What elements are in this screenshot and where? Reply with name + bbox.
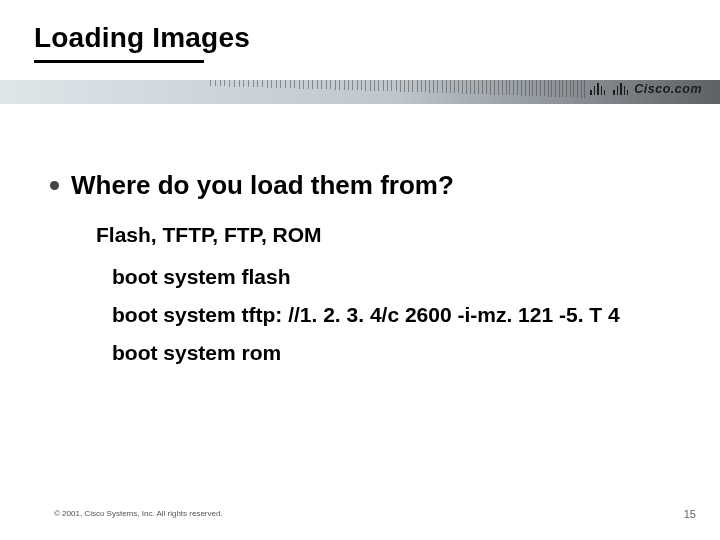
content-area: Where do you load them from? Flash, TFTP…	[50, 170, 680, 379]
divider-ticks	[210, 80, 590, 104]
bullet-heading: Where do you load them from?	[71, 170, 454, 201]
logo-text: Cisco.com	[634, 82, 702, 96]
logo-bars-icon	[590, 83, 628, 95]
list-item: boot system tftp: //1. 2. 3. 4/c 2600 -i…	[112, 303, 680, 327]
slide-root: Loading Images Cisco.com Where do you lo…	[0, 0, 720, 540]
title-underline	[34, 60, 204, 63]
list-item: boot system rom	[112, 341, 680, 365]
copyright-footer: © 2001, Cisco Systems, Inc. All rights r…	[54, 509, 223, 518]
bullet-row: Where do you load them from?	[50, 170, 680, 201]
sub-line: Flash, TFTP, FTP, ROM	[96, 223, 680, 247]
list-item: boot system flash	[112, 265, 680, 289]
page-number: 15	[684, 508, 696, 520]
slide-title: Loading Images	[34, 22, 250, 54]
logo-area: Cisco.com	[590, 82, 702, 96]
bullet-dot-icon	[50, 181, 59, 190]
